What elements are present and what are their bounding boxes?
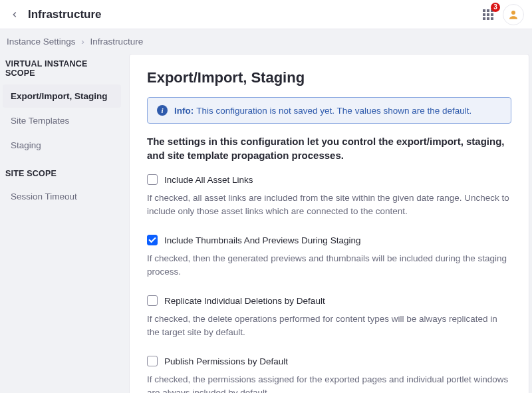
info-icon: i: [157, 105, 168, 116]
checkbox-include-all-asset-links[interactable]: [147, 174, 158, 185]
option-description: If checked, the delete operations perfor…: [147, 313, 511, 338]
breadcrumb-current: Infrastructure: [90, 37, 144, 47]
alert-label: Info:: [174, 106, 194, 116]
breadcrumb-parent[interactable]: Instance Settings: [7, 37, 76, 47]
user-avatar[interactable]: [503, 4, 524, 25]
user-icon: [507, 9, 519, 21]
option-description: If checked, the permissions assigned for…: [147, 373, 511, 393]
svg-point-0: [511, 11, 515, 15]
option-description: If checked, all asset links are included…: [147, 192, 511, 217]
sidebar: VIRTUAL INSTANCE SCOPE Export/Import, St…: [3, 54, 129, 209]
main-panel: Export/Import, Staging i Info: This conf…: [129, 54, 529, 393]
checkbox-publish-permissions[interactable]: [147, 356, 158, 366]
page-title: Export/Import, Staging: [147, 69, 511, 86]
sidebar-item-session-timeout[interactable]: Session Timeout: [3, 185, 121, 208]
checkbox-include-thumbnails[interactable]: [147, 235, 158, 245]
option-include-all-asset-links: Include All Asset Links If checked, all …: [147, 174, 511, 217]
option-label[interactable]: Replicate Individual Deletions by Defaul…: [164, 296, 325, 306]
page-header-title: Infrastructure: [28, 8, 102, 21]
breadcrumb: Instance Settings › Infrastructure: [0, 29, 532, 54]
option-replicate-deletions: Replicate Individual Deletions by Defaul…: [147, 295, 511, 338]
intro-text: The settings in this configuration let y…: [147, 134, 511, 162]
option-publish-permissions: Publish Permissions by Default If checke…: [147, 356, 511, 393]
chevron-right-icon: ›: [81, 37, 84, 47]
apps-menu-button[interactable]: 3: [477, 4, 499, 25]
app-header: Infrastructure 3: [0, 0, 532, 29]
sidebar-group-title: SITE SCOPE: [3, 164, 121, 184]
option-label[interactable]: Include All Asset Links: [164, 175, 253, 185]
info-alert: i Info: This configuration is not saved …: [147, 97, 511, 124]
sidebar-item-export-import-staging[interactable]: Export/Import, Staging: [3, 84, 121, 108]
option-description: If checked, then the generated previews …: [147, 252, 511, 278]
chevron-left-icon: [10, 10, 19, 19]
option-label[interactable]: Include Thumbnails And Previews During S…: [164, 235, 360, 245]
sidebar-item-site-templates[interactable]: Site Templates: [3, 109, 121, 132]
notification-badge: 3: [491, 3, 500, 12]
sidebar-item-staging[interactable]: Staging: [3, 134, 121, 157]
option-include-thumbnails: Include Thumbnails And Previews During S…: [147, 235, 511, 278]
checkbox-replicate-deletions[interactable]: [147, 295, 158, 306]
sidebar-group-title: VIRTUAL INSTANCE SCOPE: [3, 54, 121, 83]
alert-text: This configuration is not saved yet. The…: [196, 106, 471, 116]
back-button[interactable]: [8, 8, 21, 21]
option-label[interactable]: Publish Permissions by Default: [164, 356, 288, 366]
